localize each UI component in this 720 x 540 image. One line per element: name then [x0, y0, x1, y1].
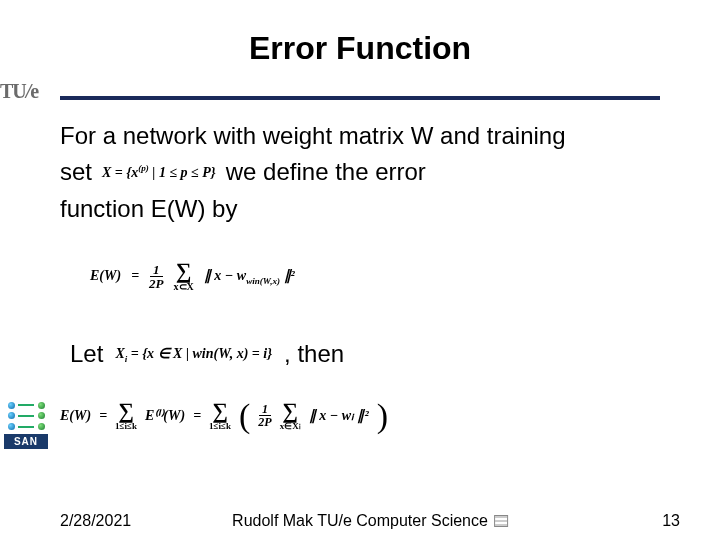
body-line-3: function E(W) by — [60, 193, 680, 225]
eq1-norm: ∥ x − wwin(W,x) ∥² — [204, 267, 295, 286]
eq2-sum-2: ∑ 1≤i≤k — [209, 400, 231, 431]
body-text: For a network with weight matrix W and t… — [60, 120, 680, 225]
eq2-equals-1: = — [99, 408, 107, 424]
sum-symbol: ∑ — [176, 260, 192, 282]
page-title: Error Function — [0, 30, 720, 67]
eq1-frac-den: 2P — [149, 277, 163, 290]
body-line-1: For a network with weight matrix W and t… — [60, 120, 680, 152]
footer-author: Rudolf Mak TU/e Computer Science — [232, 512, 488, 530]
eq2-sum-1: ∑ 1≤i≤k — [115, 400, 137, 431]
footer-page-number: 13 — [662, 512, 680, 530]
eq2-fraction: 1 2P — [258, 403, 271, 428]
footer-mini-icon — [494, 515, 508, 527]
sum-symbol: ∑ — [212, 400, 228, 422]
title-rule — [60, 96, 660, 100]
tue-logo: TU/e — [0, 80, 38, 103]
footer-date: 2/28/2021 — [60, 512, 131, 530]
eq2-sum-3: ∑ x∈Xᵢ — [280, 400, 301, 431]
slide: TU/e Error Function For a network with w… — [0, 0, 720, 540]
eq1-sum-sub: x⊂X — [174, 282, 194, 292]
footer: 2/28/2021 Rudolf Mak TU/e Computer Scien… — [60, 512, 680, 530]
eq2-ei: E⁽ⁱ⁾(W) — [145, 407, 185, 424]
body-line-2: set X = {x(p) | 1 ≤ p ≤ P} we define the… — [60, 156, 680, 188]
equation-2: E(W) = ∑ 1≤i≤k E⁽ⁱ⁾(W) = ∑ 1≤i≤k ( 1 2P … — [60, 400, 700, 431]
footer-center: Rudolf Mak TU/e Computer Science — [232, 512, 508, 530]
eq2-norm: ∥ x − wᵢ ∥² — [309, 407, 369, 424]
eq2-sum1-sub: 1≤i≤k — [115, 422, 137, 431]
eq1-frac-num: 1 — [150, 263, 163, 277]
right-paren: ) — [377, 402, 388, 429]
sum-symbol: ∑ — [282, 400, 298, 422]
let-word: Let — [70, 340, 103, 368]
let-line: Let Xi = {x ∈ X | win(W, x) = i} , then — [70, 340, 690, 368]
then-word: , then — [284, 340, 344, 368]
eq1-sum: ∑ x⊂X — [174, 260, 194, 292]
left-paren: ( — [239, 402, 250, 429]
eq2-sum2-sub: 1≤i≤k — [209, 422, 231, 431]
eq2-sum3-sub: x∈Xᵢ — [280, 422, 301, 431]
sum-symbol: ∑ — [118, 400, 134, 422]
san-logo: SAN — [4, 400, 48, 449]
san-label: SAN — [4, 434, 48, 449]
eq2-lhs: E(W) — [60, 408, 91, 424]
eq2-frac-den: 2P — [258, 416, 271, 428]
eq2-equals-2: = — [193, 408, 201, 424]
body-line-2a: set — [60, 156, 92, 188]
body-line-2b: we define the error — [226, 156, 426, 188]
eq1-fraction: 1 2P — [149, 263, 163, 290]
set-definition: X = {x(p) | 1 ≤ p ≤ P} — [102, 162, 216, 183]
xi-definition: Xi = {x ∈ X | win(W, x) = i} — [115, 345, 272, 364]
tue-logo-text: TU/e — [0, 80, 38, 102]
san-network-icon — [4, 400, 48, 432]
eq1-equals: = — [131, 268, 139, 284]
eq1-lhs: E(W) — [90, 268, 121, 284]
equation-1: E(W) = 1 2P ∑ x⊂X ∥ x − wwin(W,x) ∥² — [90, 260, 650, 292]
